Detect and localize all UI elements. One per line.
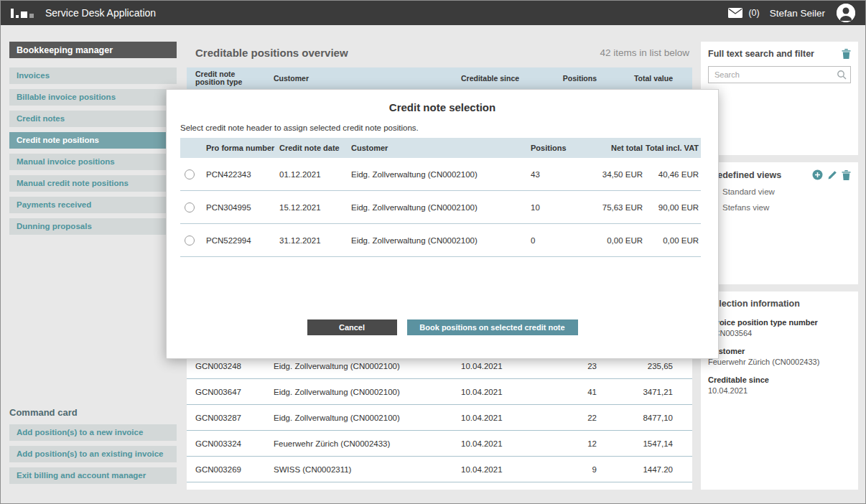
selection-information-title: Selection information bbox=[708, 299, 851, 309]
total-value: 8477,10 bbox=[602, 414, 676, 422]
positions: 12 bbox=[545, 439, 602, 448]
creditable-since: 10.04.2021 bbox=[461, 388, 545, 396]
search-icon[interactable] bbox=[837, 70, 847, 83]
credit-note-row[interactable]: PCN304995 15.12.2021 Eidg. Zollverwaltun… bbox=[180, 191, 701, 224]
command-card-title: Command card bbox=[9, 407, 177, 418]
delete-view-trash-icon[interactable] bbox=[842, 170, 851, 180]
positions-table-header: Credit note position type Customer Credi… bbox=[187, 67, 692, 89]
right-panel: Full text search and filter Predefined v… bbox=[701, 42, 858, 497]
positions: 9 bbox=[545, 465, 602, 474]
credit-note-number: GCN003287 bbox=[195, 414, 274, 422]
user-name: Stefan Seiler bbox=[770, 8, 825, 19]
predefined-views-title: Predefined views bbox=[708, 170, 781, 180]
positions: 10 bbox=[531, 203, 585, 212]
customer: SWISS (CN0002311) bbox=[274, 465, 461, 474]
edit-view-pencil-icon[interactable] bbox=[827, 170, 837, 180]
selection-information-card: Selection information Invoice position t… bbox=[701, 291, 858, 490]
view-option: Standard view bbox=[708, 187, 851, 196]
sidebar-header: Bookkeeping manager bbox=[9, 42, 177, 58]
table-row[interactable]: GCN003287 Eidg. Zollverwaltung (CN000210… bbox=[187, 405, 692, 431]
credit-note-radio[interactable] bbox=[185, 202, 195, 213]
logo-shape bbox=[29, 14, 34, 18]
credit-note-selection-dialog: Credit note selection Select credit note… bbox=[166, 89, 719, 359]
column-header: Positions bbox=[545, 74, 602, 83]
command-card: Command card Add position(s) to a new in… bbox=[9, 407, 177, 489]
credit-note-date: 01.12.2021 bbox=[279, 170, 351, 179]
app-title: Service Desk Application bbox=[45, 7, 156, 19]
info-field-label: Customer bbox=[708, 347, 851, 355]
column-header: Credit note position type bbox=[195, 70, 274, 87]
net-total: 0,00 EUR bbox=[585, 236, 643, 245]
customer: Eidg. Zollverwaltung (CN0002100) bbox=[351, 236, 531, 245]
column-header: Total value bbox=[602, 74, 676, 83]
column-header: Creditable since bbox=[461, 74, 545, 83]
pro-forma-number: PCN522994 bbox=[206, 236, 279, 245]
creditable-since: 10.04.2021 bbox=[461, 439, 545, 448]
credit-note-number: GCN003324 bbox=[195, 439, 274, 448]
customer: Eidg. Zollverwaltung (CN0002100) bbox=[351, 170, 531, 179]
avatar[interactable] bbox=[837, 4, 855, 22]
logo-shape bbox=[21, 11, 27, 18]
add-to-new-invoice-button[interactable]: Add position(s) to a new invoice bbox=[9, 424, 177, 441]
column-header: Total incl. VAT bbox=[643, 144, 702, 152]
pro-forma-number: PCN304995 bbox=[206, 203, 279, 212]
add-to-existing-invoice-button[interactable]: Add position(s) to an existing invoice bbox=[9, 446, 177, 462]
main-header: Creditable positions overview 42 items i… bbox=[187, 42, 692, 63]
total-value: 3471,21 bbox=[602, 388, 676, 396]
column-header: Pro forma number bbox=[206, 144, 279, 152]
positions: 0 bbox=[531, 236, 585, 245]
topbar-right: (0) Stefan Seiler bbox=[728, 4, 855, 22]
info-field-label: Creditable since bbox=[708, 375, 851, 384]
credit-note-number: GCN003647 bbox=[195, 388, 274, 396]
table-row[interactable]: GCN003647 Eidg. Zollverwaltung (CN000210… bbox=[187, 379, 692, 405]
credit-note-radio[interactable] bbox=[185, 235, 195, 246]
mail-count: (0) bbox=[748, 8, 759, 18]
dialog-title: Credit note selection bbox=[167, 101, 718, 113]
sidebar-item-billable-invoice-positions[interactable]: Billable invoice positions bbox=[9, 89, 177, 106]
book-positions-button[interactable]: Book positions on selected credit note bbox=[407, 319, 578, 335]
sidebar-item-manual-invoice-positions[interactable]: Manual invoice positions bbox=[9, 154, 177, 170]
credit-note-date: 31.12.2021 bbox=[279, 236, 351, 245]
customer: Eidg. Zollverwaltung (CN0002100) bbox=[274, 362, 461, 370]
sidebar-item-credit-note-positions[interactable]: Credit note positions bbox=[9, 132, 177, 149]
credit-note-table: Pro forma number Credit note date Custom… bbox=[180, 138, 701, 257]
mail-icon[interactable] bbox=[728, 8, 742, 18]
total-value: 235,65 bbox=[602, 362, 676, 370]
predefined-views-card: Predefined views Standard view bbox=[701, 162, 858, 284]
column-header: Credit note date bbox=[279, 144, 351, 152]
add-view-icon[interactable] bbox=[812, 169, 823, 180]
sidebar-item-dunning-proposals[interactable]: Dunning proposals bbox=[9, 218, 177, 235]
credit-note-radio[interactable] bbox=[185, 169, 195, 179]
logo-shape bbox=[11, 9, 14, 18]
info-field-label: Invoice position type number bbox=[708, 318, 851, 327]
search-card: Full text search and filter bbox=[701, 42, 858, 155]
dialog-actions: Cancel Book positions on selected credit… bbox=[167, 319, 718, 335]
info-field-value: 10.04.2021 bbox=[708, 386, 851, 395]
credit-note-row[interactable]: PCN522994 31.12.2021 Eidg. Zollverwaltun… bbox=[180, 224, 701, 257]
sidebar-item-credit-notes[interactable]: Credit notes bbox=[9, 111, 177, 127]
view-option: Stefans view bbox=[708, 203, 851, 212]
positions: 43 bbox=[531, 170, 585, 179]
sidebar-item-invoices[interactable]: Invoices bbox=[9, 67, 177, 84]
net-total: 34,50 EUR bbox=[585, 170, 643, 179]
customer: Eidg. Zollverwaltung (CN0002100) bbox=[274, 388, 461, 396]
credit-note-row[interactable]: PCN422343 01.12.2021 Eidg. Zollverwaltun… bbox=[180, 158, 701, 191]
sidebar: Bookkeeping manager Invoices Billable in… bbox=[9, 42, 177, 240]
sidebar-item-manual-credit-note-positions[interactable]: Manual credit note positions bbox=[9, 175, 177, 192]
column-header: Net total bbox=[585, 144, 643, 152]
positions: 22 bbox=[545, 414, 602, 422]
exit-billing-button[interactable]: Exit billing and account manager bbox=[9, 467, 177, 484]
cancel-button[interactable]: Cancel bbox=[307, 319, 397, 335]
credit-note-date: 15.12.2021 bbox=[279, 203, 351, 212]
info-field-value: GCN003564 bbox=[708, 329, 851, 337]
view-option-label: Standard view bbox=[722, 187, 775, 196]
clear-filter-trash-icon[interactable] bbox=[842, 49, 851, 59]
sidebar-item-payments-received[interactable]: Payments received bbox=[9, 197, 177, 213]
table-row[interactable]: GCN003269 SWISS (CN0002311) 10.04.2021 9… bbox=[187, 457, 692, 482]
table-row[interactable]: GCN003324 Feuerwehr Zürich (CN0002433) 1… bbox=[187, 431, 692, 457]
pro-forma-number: PCN422343 bbox=[206, 170, 279, 179]
total-value: 1447.20 bbox=[602, 465, 676, 474]
search-input[interactable] bbox=[708, 66, 851, 83]
column-header: Customer bbox=[351, 144, 531, 152]
customer: Eidg. Zollverwaltung (CN0002100) bbox=[274, 414, 461, 422]
